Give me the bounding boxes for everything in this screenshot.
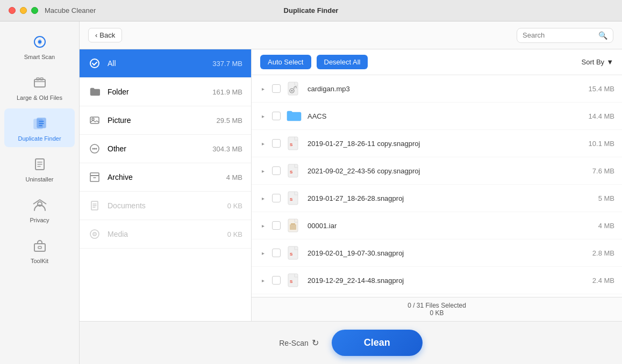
file-checkbox[interactable] [272, 249, 281, 257]
back-label: Back [99, 31, 115, 39]
file-checkbox[interactable] [272, 112, 281, 120]
sidebar-label-privacy: Privacy [30, 217, 49, 223]
file-checkbox[interactable] [272, 166, 281, 175]
picture-icon [88, 114, 101, 127]
table-row[interactable]: ▸ S 2019-01-27_18-26-28.snagproj 5 MB [252, 185, 622, 212]
table-row[interactable]: ▸ S 2021-09-02_22-43-56 copy.snagproj 7.… [252, 157, 622, 185]
svg-rect-35 [291, 223, 295, 224]
snagproj-icon: S [286, 245, 302, 261]
snagproj-icon: S [286, 272, 302, 288]
search-input[interactable] [523, 31, 595, 39]
file-checkbox[interactable] [272, 194, 281, 202]
traffic-lights [9, 7, 38, 14]
file-size: 15.4 MB [589, 85, 614, 93]
category-item-all[interactable]: All 337.7 MB [80, 49, 251, 78]
main-content: Smart Scan Large & Old Files [0, 21, 622, 364]
category-item-other[interactable]: Other 304.3 MB [80, 135, 251, 163]
file-size: 2.8 MB [592, 249, 614, 257]
iar-icon [286, 217, 302, 234]
all-icon [88, 57, 101, 70]
category-size-documents: 0 KB [227, 202, 242, 210]
file-checkbox[interactable] [272, 84, 281, 93]
sidebar-label-duplicate-finder: Duplicate Finder [18, 135, 61, 142]
sidebar: Smart Scan Large & Old Files [0, 21, 80, 364]
category-name-folder: Folder [108, 88, 206, 96]
sort-by-label: Sort By [582, 58, 605, 66]
file-name: 2019-01-27_18-26-28.snagproj [308, 194, 593, 202]
close-button[interactable] [9, 7, 16, 14]
svg-rect-6 [37, 118, 46, 128]
bottom-bar: Re-Scan ↻ Clean [80, 321, 622, 364]
table-row[interactable]: ▸ S 2019-01-27_18-26-11 copy.snagproj 10… [252, 130, 622, 157]
expand-arrow-icon[interactable]: ▸ [259, 112, 267, 120]
table-row[interactable]: ▸ S 2019-12-29_22-14-48.snagproj 2.4 MB [252, 267, 622, 294]
table-row[interactable]: ▸ cardigan.mp3 15.4 MB [252, 75, 622, 103]
category-item-picture[interactable]: Picture 29.5 MB [80, 106, 251, 135]
file-size: 14.4 MB [589, 112, 614, 120]
expand-arrow-icon[interactable]: ▸ [259, 276, 267, 284]
sidebar-item-privacy[interactable]: Privacy [4, 190, 75, 229]
category-item-archive[interactable]: Archive 4 MB [80, 163, 251, 192]
minimize-button[interactable] [20, 7, 27, 14]
category-item-media[interactable]: Media 0 KB [80, 220, 251, 249]
file-list-header: Auto Select Deselect All Sort By ▼ [252, 49, 622, 75]
top-bar: ‹ Back 🔍 [80, 21, 622, 49]
sort-by-chevron-icon: ▼ [606, 58, 613, 66]
category-item-documents[interactable]: Documents 0 KB [80, 192, 251, 220]
status-files-selected: 0 / 31 Files Selected [260, 302, 613, 309]
table-row[interactable]: ▸ AACS 14.4 MB [252, 103, 622, 130]
file-size: 10.1 MB [589, 140, 614, 148]
sidebar-item-duplicate-finder[interactable]: Duplicate Finder [4, 108, 75, 147]
right-panel: ‹ Back 🔍 All 3 [80, 21, 622, 364]
sidebar-label-smart-scan: Smart Scan [24, 54, 55, 60]
table-row[interactable]: ▸ 00001.iar 4 MB [252, 212, 622, 239]
category-name-archive: Archive [108, 173, 220, 181]
file-checkbox[interactable] [272, 139, 281, 148]
table-row[interactable]: ▸ S 2019-02-01_19-07-30.snagproj 2.8 MB [252, 239, 622, 267]
expand-arrow-icon[interactable]: ▸ [259, 85, 267, 92]
sidebar-item-large-old-files[interactable]: Large & Old Files [4, 68, 75, 106]
sidebar-item-smart-scan[interactable]: Smart Scan [4, 27, 75, 65]
file-size: 5 MB [598, 194, 614, 202]
svg-point-23 [94, 234, 95, 235]
expand-arrow-icon[interactable]: ▸ [259, 222, 267, 229]
category-name-other: Other [108, 144, 206, 153]
auto-select-button[interactable]: Auto Select [260, 55, 311, 69]
svg-rect-9 [34, 244, 45, 251]
maximize-button[interactable] [31, 7, 38, 14]
sidebar-label-toolkit: ToolKit [31, 258, 48, 264]
svg-text:S: S [290, 142, 293, 147]
category-name-documents: Documents [108, 201, 221, 210]
sort-by-dropdown[interactable]: Sort By ▼ [582, 58, 614, 66]
svg-rect-2 [34, 79, 45, 87]
rescan-button[interactable]: Re-Scan ↻ [279, 338, 318, 348]
file-name: 2019-12-29_22-14-48.snagproj [308, 276, 587, 285]
expand-arrow-icon[interactable]: ▸ [259, 167, 267, 174]
expand-arrow-icon[interactable]: ▸ [259, 140, 267, 147]
folder-icon [88, 85, 101, 98]
back-button[interactable]: ‹ Back [88, 28, 122, 42]
svg-point-1 [38, 40, 41, 43]
svg-point-11 [90, 59, 99, 68]
category-size-all: 337.7 MB [212, 60, 242, 68]
svg-rect-19 [90, 176, 99, 181]
file-name: 2019-01-27_18-26-11 copy.snagproj [308, 140, 583, 148]
expand-arrow-icon[interactable]: ▸ [259, 249, 267, 257]
back-arrow-icon: ‹ [95, 31, 97, 39]
file-checkbox[interactable] [272, 221, 281, 230]
mp3-icon [286, 81, 302, 97]
clean-button[interactable]: Clean [332, 330, 423, 356]
snagproj-icon: S [286, 163, 302, 179]
deselect-all-button[interactable]: Deselect All [317, 55, 368, 69]
svg-point-17 [96, 148, 97, 150]
sidebar-item-uninstaller[interactable]: Uninstaller [4, 149, 75, 188]
sidebar-item-toolkit[interactable]: ToolKit [4, 231, 75, 270]
duplicate-finder-icon [30, 114, 49, 133]
expand-arrow-icon[interactable]: ▸ [259, 194, 267, 202]
window-title: Duplicate Finder [284, 6, 339, 14]
category-item-folder[interactable]: Folder 161.9 MB [80, 78, 251, 106]
app-name: Macube Cleaner [45, 6, 96, 14]
file-checkbox[interactable] [272, 276, 281, 285]
category-size-other: 304.3 MB [212, 145, 242, 153]
snagproj-icon: S [286, 135, 302, 151]
